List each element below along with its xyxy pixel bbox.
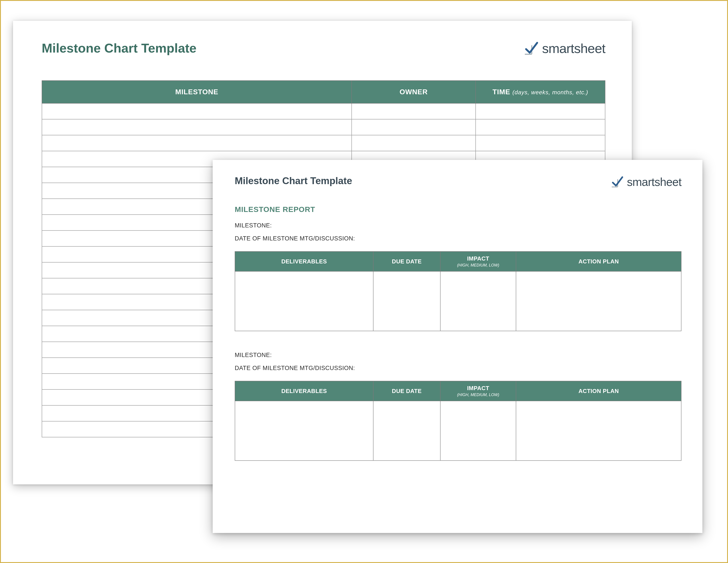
page-title-back: Milestone Chart Template [42,41,197,55]
col-header-due-date: DUE DATE [373,251,440,271]
col-header-impact: IMPACT (HIGH, MEDIUM, LOW) [440,381,516,401]
front-header: Milestone Chart Template smartsheet [235,175,681,188]
table-row[interactable] [235,271,681,331]
checkmark-icon [523,41,539,56]
page-title-front: Milestone Chart Template [235,175,352,186]
report-table-1: DELIVERABLES DUE DATE IMPACT (HIGH, MEDI… [235,251,681,331]
brand-name: smartsheet [627,175,681,188]
milestone-report-sheet: Milestone Chart Template smartsheet MILE… [213,160,702,533]
report-table-2: DELIVERABLES DUE DATE IMPACT (HIGH, MEDI… [235,381,681,461]
brand-name: smartsheet [542,41,605,56]
report-header-row: DELIVERABLES DUE DATE IMPACT (HIGH, MEDI… [235,381,681,401]
section-title: MILESTONE REPORT [235,205,681,214]
smartsheet-logo: smartsheet [523,41,605,56]
col-header-impact: IMPACT (HIGH, MEDIUM, LOW) [440,251,516,271]
col-header-deliverables: DELIVERABLES [235,251,373,271]
table-row[interactable] [42,103,605,119]
table-row[interactable] [42,135,605,151]
field-date-mtg-label: DATE OF MILESTONE MTG/DISCUSSION: [235,365,681,372]
report-header-row: DELIVERABLES DUE DATE IMPACT (HIGH, MEDI… [235,251,681,271]
col-header-action-plan: ACTION PLAN [516,251,681,271]
field-date-mtg-label: DATE OF MILESTONE MTG/DISCUSSION: [235,235,681,242]
checkmark-icon [610,175,624,188]
col-header-due-date: DUE DATE [373,381,440,401]
col-header-deliverables: DELIVERABLES [235,381,373,401]
table-row[interactable] [42,119,605,135]
field-milestone-label: MILESTONE: [235,222,681,229]
table-row[interactable] [235,401,681,461]
milestone-table-header-row: MILESTONE OWNER TIME (days, weeks, month… [42,81,605,103]
col-header-owner: OWNER [352,81,476,103]
field-milestone-label: MILESTONE: [235,352,681,359]
back-header: Milestone Chart Template smartsheet [42,41,605,56]
col-header-time: TIME (days, weeks, months, etc.) [476,81,605,103]
col-header-action-plan: ACTION PLAN [516,381,681,401]
smartsheet-logo: smartsheet [610,175,681,188]
col-header-milestone: MILESTONE [42,81,352,103]
